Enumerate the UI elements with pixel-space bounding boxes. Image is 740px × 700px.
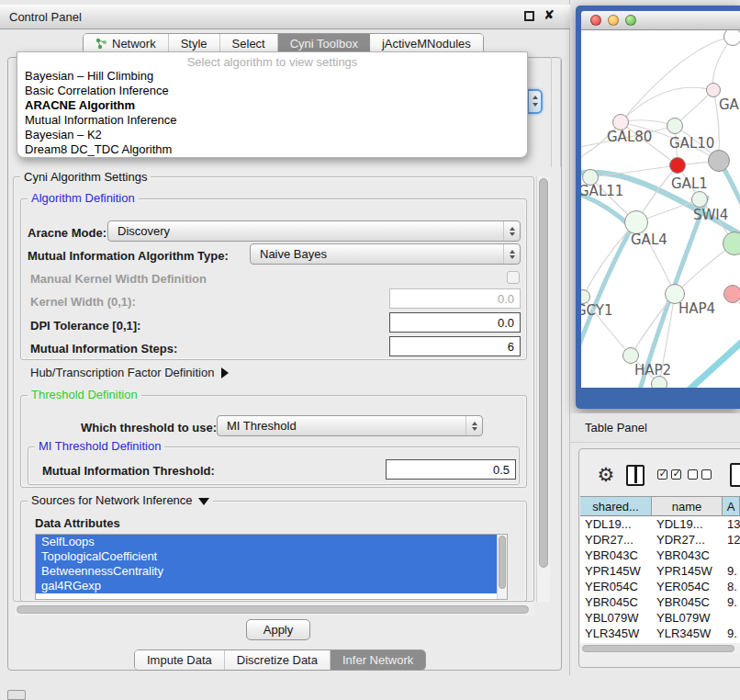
- attributes-list-scrollbar-thumb[interactable]: [499, 536, 506, 589]
- tab-style[interactable]: Style: [169, 34, 220, 53]
- aracne-mode-combo[interactable]: Discovery: [107, 220, 521, 242]
- table-header-row: shared...nameA: [580, 496, 740, 516]
- node-label-hap2: HAP2: [634, 362, 671, 378]
- network-edge[interactable]: [680, 333, 740, 388]
- mi-steps-label: Mutual Information Steps:: [30, 342, 177, 356]
- docked-panel-icon[interactable]: [7, 690, 26, 700]
- node-attribute-table[interactable]: shared...nameA YDL19...YDL19...13YDR27..…: [580, 496, 740, 643]
- data-attribute-item[interactable]: SelfLoops: [36, 535, 497, 549]
- node-label-gal11: GAL11: [581, 183, 623, 199]
- bottom-tab-infer-network[interactable]: Infer Network: [331, 650, 425, 670]
- table-row[interactable]: YBR043CYBR043C: [580, 548, 740, 563]
- table-horizontal-scrollbar[interactable]: [580, 643, 740, 654]
- bottom-tab-discretize-data[interactable]: Discretize Data: [225, 650, 331, 670]
- data-attribute-item[interactable]: BetweennessCentrality: [36, 564, 497, 579]
- column-header-name[interactable]: name: [652, 497, 723, 516]
- hidden-groupbox-edge: [551, 57, 552, 167]
- network-window-titlebar[interactable]: [581, 11, 740, 30]
- algorithm-option[interactable]: Bayesian – Hill Climbing: [17, 69, 527, 84]
- algorithm-option[interactable]: Dream8 DC_TDC Algorithm: [17, 142, 527, 157]
- settings-vertical-scrollbar[interactable]: [536, 176, 550, 602]
- tab-label: Cyni Toolbox: [290, 37, 358, 51]
- tab-jactivemnodules[interactable]: jActiveMNodules: [370, 34, 483, 53]
- columns-icon[interactable]: [626, 465, 645, 486]
- manual-kernel-width-checkbox[interactable]: [507, 271, 520, 284]
- column-header-a[interactable]: A: [723, 497, 740, 516]
- network-node-gal[interactable]: [706, 83, 721, 97]
- hub-factor-expander[interactable]: Hub/Transcription Factor Definition: [30, 366, 229, 379]
- algorithm-definition-title: Algorithm Definition: [28, 192, 139, 205]
- table-cell: YER054C: [652, 579, 723, 594]
- table-row[interactable]: YBR045CYBR045C9.: [580, 594, 740, 610]
- mi-steps-field[interactable]: 6: [389, 336, 521, 356]
- sources-group-title[interactable]: Sources for Network Inference: [28, 494, 213, 507]
- document-icon[interactable]: [730, 463, 740, 487]
- bottom-tab-label: Discretize Data: [237, 653, 318, 667]
- network-node[interactable]: [708, 150, 730, 172]
- data-attribute-item[interactable]: gal4RGexp: [36, 579, 497, 593]
- mi-steps-value: 6: [508, 340, 514, 354]
- algorithm-dropdown-placeholder: Select algorithm to view settings: [17, 52, 527, 69]
- table-row[interactable]: YER054CYER054C8.: [580, 579, 740, 594]
- data-attributes-list[interactable]: SelfLoopsTopologicalCoefficientBetweenne…: [35, 534, 508, 600]
- node-label-gal1: GAL1: [671, 175, 708, 192]
- table-cell: YLR345W: [580, 626, 652, 641]
- network-view-window[interactable]: GALGAL80GAL10GAL1GAL11SWI4GAL4GCY1HAP4YH…: [576, 6, 740, 409]
- settings-horizontal-scrollbar[interactable]: [15, 604, 534, 615]
- algorithm-option[interactable]: Mutual Information Inference: [17, 113, 527, 128]
- network-node-gal10[interactable]: [667, 118, 683, 134]
- close-window-icon[interactable]: [590, 15, 601, 26]
- column-header-shared[interactable]: shared...: [580, 497, 652, 516]
- zoom-window-icon[interactable]: [625, 15, 636, 26]
- network-edge[interactable]: [621, 37, 733, 122]
- cyni-algorithm-settings-title: Cyni Algorithm Settings: [20, 171, 151, 184]
- algorithm-option[interactable]: ARACNE Algorithm: [17, 98, 527, 113]
- table-horizontal-scrollbar-thumb[interactable]: [582, 645, 734, 652]
- table-row[interactable]: YDL19...YDL19...13: [580, 516, 740, 532]
- data-attribute-item[interactable]: TopologicalCoefficient: [36, 549, 497, 564]
- tab-select[interactable]: Select: [220, 34, 278, 53]
- control-panel-title: Control Panel: [9, 10, 82, 24]
- close-panel-icon[interactable]: ✘: [542, 7, 556, 24]
- tab-cyni-toolbox[interactable]: Cyni Toolbox: [278, 34, 370, 53]
- mi-threshold-group-title: MI Threshold Definition: [35, 440, 164, 453]
- network-node-y[interactable]: [723, 285, 740, 303]
- node-label-hap4: HAP4: [678, 300, 715, 317]
- dpi-tolerance-label: DPI Tolerance [0,1]:: [30, 319, 140, 333]
- apply-button[interactable]: Apply: [246, 619, 310, 640]
- network-edge[interactable]: [621, 87, 713, 122]
- select-all-checkboxes-icon[interactable]: [657, 469, 681, 480]
- attributes-list-scrollbar[interactable]: [497, 535, 507, 599]
- network-canvas[interactable]: GALGAL80GAL10GAL1GAL11SWI4GAL4GCY1HAP4YH…: [581, 30, 740, 388]
- settings-vertical-scrollbar-thumb[interactable]: [539, 178, 548, 568]
- algorithm-combo-arrow-button[interactable]: [527, 89, 543, 114]
- table-cell: YBL079W: [652, 610, 723, 626]
- dpi-tolerance-field[interactable]: 0.0: [389, 312, 521, 333]
- tab-network[interactable]: Network: [84, 34, 169, 53]
- minimize-window-icon[interactable]: [608, 15, 619, 26]
- table-cell: YBR045C: [652, 594, 723, 610]
- network-node-gal1[interactable]: [669, 157, 686, 174]
- float-panel-icon[interactable]: [524, 11, 534, 21]
- table-panel-titlebar: Table Panel: [570, 413, 740, 443]
- table-row[interactable]: YPR145WYPR145W9.: [580, 563, 740, 579]
- table-row[interactable]: YBL079WYBL079W: [580, 610, 740, 626]
- network-node[interactable]: [723, 30, 740, 46]
- table-row[interactable]: YDR27...YDR27...12: [580, 532, 740, 548]
- deselect-all-checkboxes-icon[interactable]: [688, 469, 712, 480]
- mi-threshold-value: 0.5: [493, 463, 510, 477]
- mi-threshold-field[interactable]: 0.5: [386, 459, 516, 480]
- network-node-swi4[interactable]: [691, 191, 708, 208]
- table-row[interactable]: YLR345WYLR345W9.: [580, 626, 740, 641]
- table-cell: [723, 610, 740, 626]
- bottom-tab-impute-data[interactable]: Impute Data: [135, 650, 225, 670]
- algorithm-option[interactable]: Basic Correlation Inference: [17, 84, 527, 98]
- network-node[interactable]: [651, 376, 667, 388]
- kernel-width-field[interactable]: 0.0: [389, 288, 521, 309]
- algorithm-option[interactable]: Bayesian – K2: [17, 128, 527, 142]
- network-node[interactable]: [723, 231, 740, 255]
- mi-algorithm-type-combo[interactable]: Naive Bayes: [250, 243, 521, 265]
- settings-horizontal-scrollbar-thumb[interactable]: [17, 605, 529, 614]
- gear-icon[interactable]: ⚙: [595, 464, 617, 486]
- which-threshold-combo[interactable]: MI Threshold: [217, 415, 483, 436]
